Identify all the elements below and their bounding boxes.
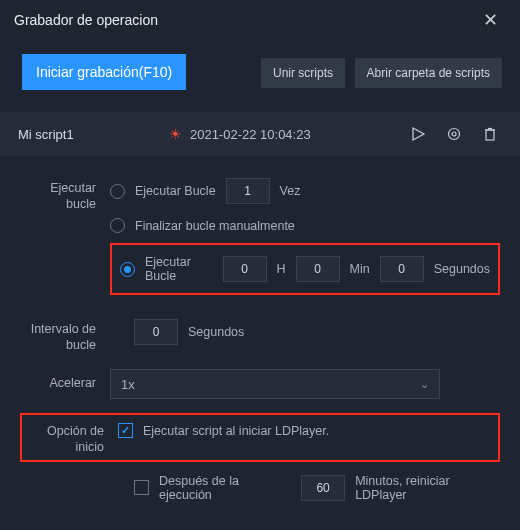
after-exec-input[interactable] [301,475,345,501]
sun-icon: ☀ [169,126,182,142]
loop-duration-label: Ejecutar Bucle [145,255,213,283]
loop-hours-input[interactable] [223,256,267,282]
interval-unit: Segundos [188,325,244,339]
join-scripts-button[interactable]: Unir scripts [261,58,345,88]
after-exec-unit: Minutos, reiniciar LDPlayer [355,474,500,502]
interval-label: Intervalo de bucle [20,315,110,354]
loop-label: Ejecutar bucle [20,174,110,213]
run-on-start-checkbox[interactable] [118,423,133,438]
after-exec-checkbox[interactable] [134,480,149,495]
loop-times-label: Ejecutar Bucle [135,184,216,198]
play-icon[interactable] [406,122,430,146]
loop-duration-highlight: Ejecutar Bucle H Min Segundos [110,243,500,295]
svg-rect-3 [486,130,494,140]
script-timestamp: 2021-02-22 10:04:23 [190,127,311,142]
accel-label: Acelerar [20,369,110,391]
chevron-down-icon: ⌄ [420,378,429,391]
loop-duration-radio[interactable] [120,262,135,277]
accel-value: 1x [121,377,135,392]
loop-minutes-input[interactable] [296,256,340,282]
loop-minutes-unit: Min [350,262,370,276]
interval-input[interactable] [134,319,178,345]
loop-times-unit: Vez [280,184,301,198]
settings-icon[interactable] [442,122,466,146]
start-option-highlight: Opción de inicio Ejecutar script al inic… [20,413,500,462]
open-scripts-folder-button[interactable]: Abrir carpeta de scripts [355,58,502,88]
after-exec-label: Después de la ejecución [159,474,291,502]
loop-times-radio[interactable] [110,184,125,199]
accel-select[interactable]: 1x ⌄ [110,369,440,399]
loop-times-input[interactable] [226,178,270,204]
startopt-label: Opción de inicio [28,419,118,456]
window-title: Grabador de operacion [14,12,158,28]
loop-manual-radio[interactable] [110,218,125,233]
loop-hours-unit: H [277,262,286,276]
svg-point-1 [449,129,460,140]
loop-manual-label: Finalizar bucle manualmente [135,219,295,233]
svg-marker-0 [413,128,424,140]
loop-seconds-input[interactable] [380,256,424,282]
start-recording-button[interactable]: Iniciar grabación(F10) [22,54,186,90]
loop-seconds-unit: Segundos [434,262,490,276]
close-icon[interactable]: ✕ [475,5,506,35]
script-name: Mi script1 [18,127,74,142]
svg-point-2 [452,132,456,136]
delete-icon[interactable] [478,122,502,146]
run-on-start-label: Ejecutar script al iniciar LDPlayer. [143,424,329,438]
